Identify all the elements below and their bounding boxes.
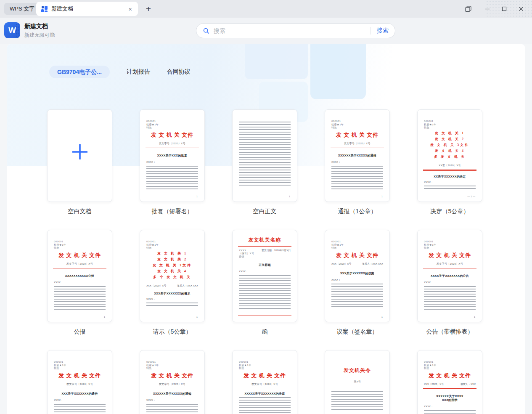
template-cell: 000001机密★1年特急发 文 机 关 1发 文 机 关 2发 文 机 关 3…: [417, 109, 482, 230]
template-card-通报（1公章）[interactable]: 000001机密★1年特急发 文 机 关 文件发文字号〔2020〕X号XXXXX…: [325, 109, 390, 202]
new-tab-button[interactable]: +: [143, 3, 154, 14]
doc-head-line: XXXX: [239, 249, 254, 252]
doc-body-text: [239, 275, 291, 310]
doc-head-line: 特急: [331, 247, 383, 250]
template-card-row3-2[interactable]: 000001机密★1年特急发 文 机 关 文件发文字号〔2020〕X号XXXXX…: [140, 350, 205, 414]
template-thumbnail: 000001机密★1年特急发 文 机 关 文件XXX〔2020〕X号签发人：XX…: [325, 230, 389, 322]
doc-subject: XXX关于XXXXXXX的通告: [54, 392, 106, 395]
search-button[interactable]: 搜索: [377, 27, 389, 34]
red-rule: [423, 388, 476, 389]
template-label: 议案（签名章）: [325, 328, 390, 336]
template-thumbnail: 000001机密★1年特急发 文 机 关 文件发文字号〔2020〕X号XXXXX…: [325, 110, 389, 202]
template-cell: 000001机密★1年特急发 文 机 关 文件发文字号〔2020〕X号XXX关于…: [47, 350, 112, 414]
doc-head-line: 机密★1年: [331, 123, 383, 127]
close-window-button[interactable]: [513, 0, 529, 18]
doc-head-line: 000001: [146, 361, 198, 364]
doc-salutation: XXXX：: [424, 281, 476, 284]
plus-icon: [70, 142, 90, 162]
doc-red-title: 发 文 机 关 文件: [54, 372, 106, 379]
template-thumbnail: 000001机密★1年特急发 文 机 关 1发 文 机 关 2发 文 机 关 3…: [418, 110, 482, 202]
template-card-row3-5[interactable]: 000001机密★1年特急发 文 机 关 文件XXX〔2020〕X号签发人：XX…: [417, 350, 482, 414]
template-cell: 发文机关名称XXXX（编号）X号密级发文日期：2020年X月X日正文标题XXXX…: [232, 230, 297, 350]
windows-stack-icon[interactable]: [460, 0, 476, 18]
doc-head-meta: 000001机密★1年特急: [146, 361, 198, 370]
doc-subject: XXXX关于XXXXXXX的公告: [424, 274, 476, 278]
doc-body-text: [146, 303, 198, 308]
doc-body-text: [146, 404, 198, 414]
doc-meta-row: XXX〔2020〕X号签发人：XXX XXX: [146, 284, 198, 288]
doc-head-line: 000001: [424, 120, 476, 123]
doc-salutation: XXXX：: [146, 160, 198, 164]
search-input[interactable]: [214, 27, 367, 34]
template-card-row3-1[interactable]: 000001机密★1年特急发 文 机 关 文件发文字号〔2020〕X号XXX关于…: [47, 350, 112, 414]
template-card-公告（带横排表）[interactable]: 000001机密★1年特急发 文 机 关 文件发文字号〔2020〕X号XXXX关…: [417, 230, 482, 322]
template-label: 空白正文: [232, 208, 297, 215]
template-cell: 000001机密★1年特急发 文 机 关 文件XXX〔2020〕X号签发人：XX…: [325, 230, 390, 350]
template-card-决定（5公章）[interactable]: 000001机密★1年特急发 文 机 关 1发 文 机 关 2发 文 机 关 3…: [417, 109, 482, 202]
template-cell: 000001机密★1年特急发 文 机 关 1发 文 机 关 2发 文 机 关 3…: [140, 230, 205, 350]
doc-salutation: XXXX：: [239, 270, 291, 273]
category-tab-2[interactable]: 合同协议: [167, 68, 191, 76]
doc-head-meta: 000001机密★1年特急: [146, 240, 198, 250]
template-card-批复（短署名）[interactable]: 000001机密★1年特急发 文 机 关 文件发文字号〔2020〕X号XXXX关…: [140, 109, 205, 202]
doc-page-number: — 1 —: [467, 195, 475, 198]
template-thumbnail: 000001机密★1年特急发 文 机 关 文件发文字号〔2020〕X号XXXXX…: [233, 350, 297, 414]
doc-head-line: 000001: [331, 240, 383, 244]
template-label: 公报: [47, 328, 112, 336]
doc-head-meta: 000001机密★1年特急: [424, 240, 476, 250]
doc-head-line: 000001: [146, 240, 198, 244]
doc-head-line: 特急: [239, 367, 291, 370]
page-title: 新建文档: [24, 23, 48, 30]
category-tab-1[interactable]: 计划报告: [127, 68, 150, 76]
app-button-wps-writer[interactable]: WPS 文字: [4, 3, 40, 15]
template-card-议案（签名章）[interactable]: 000001机密★1年特急发 文 机 关 文件XXX〔2020〕X号签发人：XX…: [325, 230, 390, 322]
search-bar[interactable]: 搜索: [196, 23, 395, 38]
template-card-row3-3[interactable]: 000001机密★1年特急发 文 机 关 文件发文字号〔2020〕X号XXXXX…: [232, 350, 297, 414]
doc-head-line: 机密★1年: [146, 364, 198, 367]
doc-salutation: XXXX：: [146, 398, 198, 402]
template-label: 决定（5公章）: [417, 208, 482, 215]
template-card-row3-4[interactable]: 发文机关令第X号: [325, 350, 390, 414]
doc-body-text: [146, 166, 198, 191]
template-card-空白文档[interactable]: [47, 109, 112, 202]
doc-body-text: [54, 286, 106, 311]
doc-head-meta: 000001机密★1年特急: [54, 240, 106, 250]
templates-panel: GB9704电子公...计划报告合同协议 空白文档000001机密★1年特急发 …: [7, 44, 525, 414]
doc-head-line: 000001: [54, 240, 106, 244]
template-card-函[interactable]: 发文机关名称XXXX（编号）X号密级发文日期：2020年X月X日正文标题XXXX…: [232, 230, 297, 322]
doc-body-text: [239, 397, 291, 414]
doc-red-title: 发文机关名称: [239, 237, 291, 243]
doc-red-title: 发文机关令: [331, 367, 383, 374]
doc-number: 发文字号〔2020〕X号: [146, 142, 198, 146]
template-thumbnail: 000001机密★1年特急发 文 机 关 文件发文字号〔2020〕X号XXX关于…: [48, 350, 112, 414]
template-thumbnail: 1: [233, 110, 297, 202]
doc-salutation: XXXX：: [331, 278, 383, 282]
doc-salutation: XXXX：: [424, 180, 476, 184]
doc-body-text: [331, 391, 383, 411]
doc-head-line: 密级: [239, 255, 254, 259]
category-tab-0[interactable]: GB9704电子公...: [49, 66, 110, 78]
wps-writer-logo: W: [4, 22, 20, 38]
red-rule: [238, 246, 291, 247]
tab-close-icon[interactable]: ×: [127, 5, 133, 13]
document-tab-new-document[interactable]: 新建文档 ×: [36, 2, 138, 16]
doc-org-line: 发 文 机 关 3文件: [146, 263, 198, 268]
doc-body-text: [239, 122, 291, 187]
minimize-button[interactable]: [479, 0, 496, 18]
doc-head-line: 特急: [331, 126, 383, 130]
doc-head-line: 特急: [146, 367, 198, 370]
doc-red-title: 发 文 机 关 文件: [424, 252, 476, 258]
doc-head-line: 特急: [146, 247, 198, 250]
doc-head-line: 特急: [54, 247, 106, 250]
maximize-button[interactable]: [496, 0, 513, 18]
template-card-空白正文[interactable]: 1: [232, 109, 297, 202]
template-card-请示（5公章）[interactable]: 000001机密★1年特急发 文 机 关 1发 文 机 关 2发 文 机 关 3…: [140, 230, 205, 322]
template-label: 空白文档: [47, 208, 112, 215]
template-card-公报[interactable]: 000001机密★1年特急发 文 机 关 文件发文字号〔2020〕X号XXXXX…: [47, 230, 112, 322]
template-cell: 000001机密★1年特急发 文 机 关 文件发文字号〔2020〕X号XXXX关…: [140, 109, 205, 230]
doc-meta-row: XXX〔2020〕X号签发人：XXX XXX: [331, 262, 383, 266]
template-thumbnail: 000001机密★1年特急发 文 机 关 文件XXX〔2020〕X号签发人：XX…: [418, 350, 482, 414]
doc-body-text: [331, 284, 383, 309]
category-tabs: GB9704电子公...计划报告合同协议: [7, 66, 191, 78]
red-rule: [146, 148, 199, 148]
